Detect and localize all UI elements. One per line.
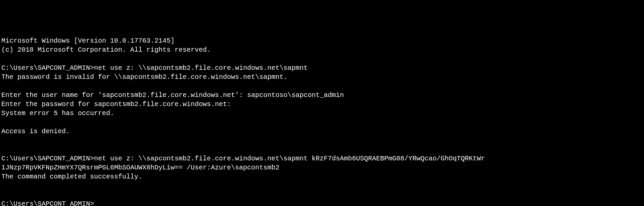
output-line: The command completed successfully. [1, 173, 142, 181]
output-line: The password is invalid for \\sapcontsmb… [1, 73, 287, 81]
prompt-path: C:\Users\SAPCONT_ADMIN> [1, 200, 94, 206]
output-line: Enter the password for sapcontsmb2.file.… [1, 100, 231, 108]
command-input-continuation: 1JNzp7RpVKFNpZHmYX7QRsrmPGL6MbSOAUWX8hDy… [1, 164, 279, 171]
output-line: Enter the user name for 'sapcontsmb2.fil… [1, 91, 344, 99]
prompt-path: C:\Users\SAPCONT_ADMIN> [1, 155, 94, 162]
command-input: net use z: \\sapcontsmb2.file.core.windo… [94, 64, 308, 72]
command-input: net use z: \\sapcontsmb2.file.core.windo… [94, 155, 485, 162]
output-line: System error 5 has occurred. [1, 109, 114, 117]
prompt-path: C:\Users\SAPCONT_ADMIN> [1, 64, 94, 72]
output-line: Access is denied. [1, 127, 70, 135]
copyright-line: (c) 2018 Microsoft Corporation. All righ… [1, 46, 211, 54]
terminal-window[interactable]: Microsoft Windows [Version 10.0.17763.21… [0, 36, 644, 206]
version-line: Microsoft Windows [Version 10.0.17763.21… [1, 37, 175, 45]
